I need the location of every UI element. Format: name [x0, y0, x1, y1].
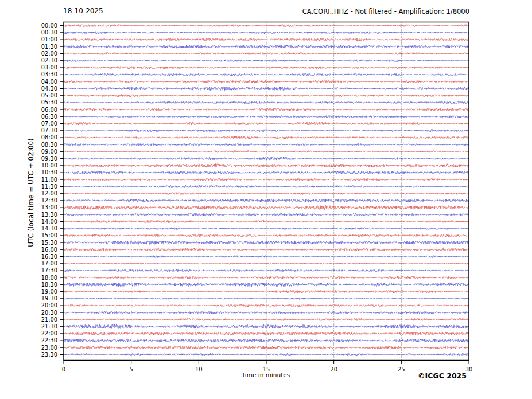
y-tick-label: 12:00	[41, 190, 57, 197]
trace-row	[64, 283, 469, 287]
x-tick-label: 20	[330, 366, 337, 373]
y-tick-label: 05:00	[41, 92, 57, 99]
y-tick-label: 14:30	[41, 225, 57, 232]
y-tick-label: 09:00	[41, 148, 57, 155]
y-tick-label: 01:00	[41, 36, 57, 42]
y-tick-label: 15:30	[41, 240, 57, 246]
y-tick-label: 17:30	[41, 267, 57, 273]
trace-row	[64, 199, 469, 202]
trace-row	[64, 353, 469, 356]
trace-row	[64, 32, 469, 34]
y-tick-label: 20:00	[41, 302, 57, 308]
trace-row	[64, 45, 469, 48]
trace-row	[64, 346, 469, 349]
y-tick-label: 04:30	[41, 85, 57, 92]
trace-row	[64, 25, 469, 27]
y-tick-label: 19:30	[41, 295, 57, 302]
trace-row	[64, 213, 469, 216]
trace-row	[64, 263, 469, 264]
y-tick-label: 11:00	[41, 177, 57, 183]
y-tick-label: 11:30	[41, 183, 57, 190]
copyright-label: ©ICGC 2025	[418, 371, 467, 380]
y-tick-label: 20:30	[41, 310, 57, 316]
y-tick-label: 10:00	[41, 162, 57, 169]
trace-row	[64, 143, 469, 146]
trace-row	[64, 228, 469, 230]
helicorder-plot: 00:0000:3001:0001:3002:0002:3003:0003:30…	[0, 0, 532, 399]
trace-row	[64, 234, 469, 237]
y-tick-label: 13:30	[41, 212, 57, 218]
y-tick-label: 23:00	[41, 345, 57, 351]
y-tick-label: 02:00	[41, 50, 57, 57]
y-tick-label: 12:30	[41, 197, 57, 204]
x-tick-label: 25	[398, 366, 405, 373]
y-axis-ticks: 00:0000:3001:0001:3002:0002:3003:0003:30…	[41, 22, 64, 358]
trace-row	[64, 66, 469, 69]
y-tick-label: 13:00	[41, 204, 57, 210]
trace-row	[64, 339, 469, 342]
trace-row	[64, 205, 469, 209]
trace-row	[64, 332, 469, 335]
gridlines	[131, 22, 402, 361]
y-tick-label: 01:30	[41, 44, 57, 50]
y-tick-label: 22:30	[41, 337, 57, 343]
trace-row	[64, 108, 469, 111]
y-tick-label: 15:00	[41, 232, 57, 238]
x-tick-label: 0	[62, 366, 65, 373]
trace-row	[64, 136, 469, 139]
y-tick-label: 04:00	[41, 79, 57, 85]
y-tick-label: 09:30	[41, 155, 57, 162]
y-tick-label: 14:00	[41, 218, 57, 225]
y-tick-label: 17:00	[41, 260, 57, 267]
trace-row	[64, 116, 469, 118]
y-tick-label: 03:00	[41, 64, 57, 71]
trace-row	[64, 220, 469, 222]
x-axis-label: time in minutes	[243, 371, 290, 378]
y-tick-label: 00:30	[41, 29, 57, 36]
trace-row	[64, 241, 469, 245]
trace-row	[64, 318, 469, 320]
y-tick-label: 22:00	[41, 330, 57, 337]
y-tick-label: 19:00	[41, 288, 57, 295]
y-tick-label: 03:30	[41, 71, 57, 77]
trace-row	[64, 311, 469, 314]
y-tick-label: 21:00	[41, 316, 57, 323]
y-tick-label: 18:30	[41, 281, 57, 288]
trace-row	[64, 151, 469, 153]
y-tick-label: 23:30	[41, 351, 57, 358]
y-tick-label: 08:00	[41, 134, 57, 140]
y-tick-label: 06:30	[41, 114, 57, 120]
y-tick-label: 18:00	[41, 275, 57, 281]
y-tick-label: 02:30	[41, 57, 57, 64]
y-tick-label: 16:00	[41, 247, 57, 253]
trace-row	[64, 256, 469, 258]
trace-row	[64, 60, 469, 62]
y-tick-label: 06:00	[41, 107, 57, 113]
y-tick-label: 00:00	[41, 22, 57, 29]
y-tick-label: 08:30	[41, 142, 57, 148]
y-tick-label: 07:30	[41, 127, 57, 134]
y-tick-label: 10:30	[41, 169, 57, 175]
x-axis-ticks: 051015202530	[62, 361, 473, 373]
trace-row	[64, 38, 469, 41]
trace-row	[64, 157, 469, 160]
y-tick-label: 07:00	[41, 120, 57, 127]
trace-row	[64, 87, 469, 90]
y-tick-label: 21:30	[41, 323, 57, 330]
x-tick-label: 5	[129, 366, 133, 373]
y-tick-label: 05:30	[41, 99, 57, 105]
y-tick-label: 16:30	[41, 253, 57, 260]
seismogram-figure: 18-10-2025 CA.CORI..HHZ - Not filtered -…	[0, 0, 532, 399]
x-tick-label: 10	[195, 366, 203, 373]
